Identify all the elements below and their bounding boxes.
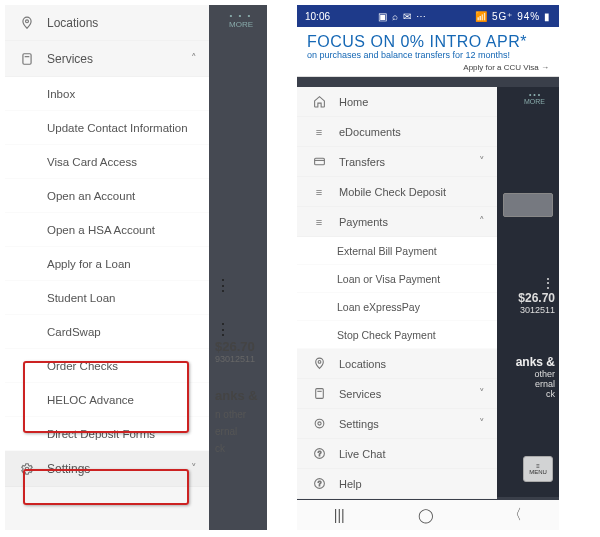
sidebar-item-label: eDocuments [339, 126, 401, 138]
status-left-icons: ▣ ⌕ ✉ ⋯ [378, 11, 426, 22]
sidebar-item-settings[interactable]: Settings ˅ [5, 451, 209, 487]
submenu-item-loan-visa[interactable]: Loan or Visa Payment [297, 265, 497, 293]
svg-rect-10 [315, 389, 323, 399]
submenu-item-external-bill[interactable]: External Bill Payment [297, 237, 497, 265]
calculator-icon [309, 387, 329, 400]
bg-line: ck [495, 389, 555, 399]
nav-home-button[interactable]: ◯ [418, 507, 434, 523]
location-pin-icon [17, 16, 37, 30]
svg-point-13 [315, 419, 324, 428]
bg-line: n other [215, 409, 267, 420]
submenu-item-direct-deposit[interactable]: Direct Deposit Forms [5, 417, 209, 451]
svg-text:?: ? [317, 480, 321, 487]
account-id-text: 3012511 [495, 305, 555, 315]
side-menu: Home ≡ eDocuments Transfers ˅ ≡ Mobile C… [297, 87, 497, 499]
submenu-item-loan-express[interactable]: Loan eXpressPay [297, 293, 497, 321]
list-icon: ≡ [309, 216, 329, 228]
gear-icon [309, 417, 329, 430]
submenu-item-heloc[interactable]: HELOC Advance [5, 383, 209, 417]
sidebar-item-payments[interactable]: ≡ Payments ˄ [297, 207, 497, 237]
sidebar-item-locations[interactable]: Locations [297, 349, 497, 379]
submenu-item-open-hsa[interactable]: Open a HSA Account [5, 213, 209, 247]
more-dots-icon: • • • [524, 91, 545, 98]
submenu-item-order-checks[interactable]: Order Checks [5, 349, 209, 383]
banner-cta: Apply for a CCU Visa → [307, 63, 549, 72]
sidebar-item-services[interactable]: Services ˄ [5, 41, 209, 77]
bg-line: ck [215, 443, 267, 454]
submenu-item-open-account[interactable]: Open an Account [5, 179, 209, 213]
status-right-icons: 📶 5G⁺ 94% ▮ [475, 11, 551, 22]
location-pin-icon [309, 357, 329, 370]
section-title-fragment: anks & [495, 355, 555, 369]
svg-point-6 [25, 467, 29, 471]
svg-point-12 [317, 422, 320, 425]
list-icon: ≡ [309, 126, 329, 138]
right-screenshot: 10:06 ▣ ⌕ ✉ ⋯ 📶 5G⁺ 94% ▮ FOCUS ON 0% IN… [297, 5, 559, 530]
banner-subhead: on purchases and balance transfers for 1… [307, 51, 549, 61]
submenu-label: Student Loan [47, 292, 115, 304]
submenu-item-cardswap[interactable]: CardSwap [5, 315, 209, 349]
chevron-down-icon: ˅ [479, 155, 485, 168]
submenu-item-visa-access[interactable]: Visa Card Access [5, 145, 209, 179]
question-icon: ? [309, 477, 329, 490]
background-account-snippet: ⋮ $26.70 3012511 anks & other ernal ck [495, 275, 555, 399]
submenu-label: Open a HSA Account [47, 224, 155, 236]
chevron-up-icon: ˄ [191, 52, 197, 65]
submenu-label: HELOC Advance [47, 394, 134, 406]
sidebar-item-label: Transfers [339, 156, 385, 168]
submenu-label: Visa Card Access [47, 156, 137, 168]
sidebar-item-label: Payments [339, 216, 388, 228]
sidebar-item-home[interactable]: Home [297, 87, 497, 117]
svg-rect-7 [314, 158, 324, 165]
sidebar-item-label: Mobile Check Deposit [339, 186, 446, 198]
menu-button-label: MENU [529, 469, 547, 475]
submenu-item-inbox[interactable]: Inbox [5, 77, 209, 111]
sidebar-item-mobile-deposit[interactable]: ≡ Mobile Check Deposit [297, 177, 497, 207]
submenu-item-update-contact[interactable]: Update Contact Information [5, 111, 209, 145]
more-label: MORE [229, 20, 253, 29]
nav-back-button[interactable]: 〈 [508, 506, 522, 524]
sidebar-item-label: Live Chat [339, 448, 385, 460]
sidebar-item-edocuments[interactable]: ≡ eDocuments [297, 117, 497, 147]
submenu-item-stop-check[interactable]: Stop Check Payment [297, 321, 497, 349]
card-icon [309, 155, 329, 168]
sidebar-item-transfers[interactable]: Transfers ˅ [297, 147, 497, 177]
svg-point-9 [318, 361, 321, 364]
submenu-item-apply-loan[interactable]: Apply for a Loan [5, 247, 209, 281]
sidebar-item-locations[interactable]: Locations [5, 5, 209, 41]
sidebar-item-label: Locations [47, 16, 98, 30]
svg-text:?: ? [317, 450, 321, 457]
submenu-label: Order Checks [47, 360, 118, 372]
sidebar-item-settings[interactable]: Settings ˅ [297, 409, 497, 439]
submenu-label: Loan or Visa Payment [337, 273, 440, 285]
account-id-text: 93012511 [215, 354, 267, 364]
kebab-icon: ⋮ [215, 327, 267, 333]
sidebar-item-label: Locations [339, 358, 386, 370]
sidebar-item-services[interactable]: Services ˅ [297, 379, 497, 409]
more-button[interactable]: • • • MORE [229, 11, 253, 29]
sidebar-item-label: Settings [47, 462, 90, 476]
chevron-up-icon: ˄ [479, 215, 485, 228]
bg-line: ernal [215, 426, 267, 437]
sidebar-item-label: Services [339, 388, 381, 400]
background-account-snippet: ⋮ ⋮ $26.70 93012511 anks & n other ernal… [215, 283, 267, 454]
submenu-label: Update Contact Information [47, 122, 188, 134]
calculator-icon [17, 52, 37, 66]
submenu-label: Direct Deposit Forms [47, 428, 155, 440]
submenu-item-student-loan[interactable]: Student Loan [5, 281, 209, 315]
more-dots-icon: • • • [229, 11, 253, 20]
nav-recents-button[interactable]: ||| [334, 507, 345, 523]
gear-icon [17, 462, 37, 476]
status-time: 10:06 [305, 11, 330, 22]
sidebar-item-live-chat[interactable]: ? Live Chat [297, 439, 497, 469]
chevron-down-icon: ˅ [479, 387, 485, 400]
submenu-label: CardSwap [47, 326, 101, 338]
sidebar-item-help[interactable]: ? Help [297, 469, 497, 499]
menu-button[interactable]: ≡ MENU [523, 456, 553, 482]
promo-banner[interactable]: FOCUS ON 0% INTRO APR* on purchases and … [297, 27, 559, 77]
more-button[interactable]: • • • MORE [524, 91, 545, 105]
submenu-label: Loan eXpressPay [337, 301, 420, 313]
section-title-fragment: anks & [215, 388, 267, 403]
left-screenshot: • • • MORE ⋮ ⋮ $26.70 93012511 anks & n … [5, 5, 267, 530]
submenu-label: Open an Account [47, 190, 135, 202]
